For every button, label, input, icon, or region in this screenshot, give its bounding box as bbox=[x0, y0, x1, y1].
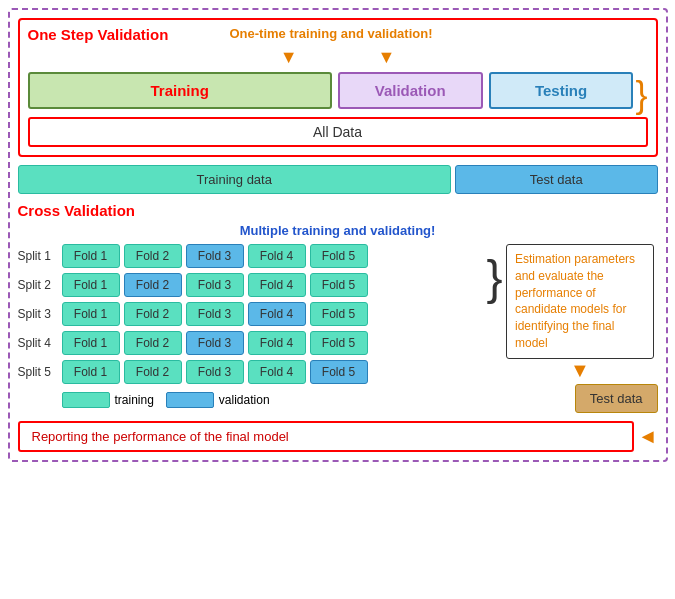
fold-2-5: Fold 5 bbox=[310, 273, 368, 297]
split-row-1: Split 1 Fold 1 Fold 2 Fold 3 Fold 4 Fold… bbox=[18, 244, 483, 268]
legend-validation-label: validation bbox=[219, 393, 270, 407]
test-data-bottom: Test data bbox=[575, 384, 658, 413]
fold-4-3: Fold 3 bbox=[186, 331, 244, 355]
cross-val-right: Split 1 Fold 1 Fold 2 Fold 3 Fold 4 Fold… bbox=[18, 244, 658, 413]
bracket-estimation: } Estimation parameters and evaluate the… bbox=[486, 244, 657, 413]
fold-4-4: Fold 4 bbox=[248, 331, 306, 355]
fold-1-1: Fold 1 bbox=[62, 244, 120, 268]
one-time-label: One-time training and validation! bbox=[230, 26, 433, 41]
cross-val-section: Cross Validation Multiple training and v… bbox=[18, 202, 658, 452]
legend-training-label: training bbox=[115, 393, 154, 407]
fold-3-5: Fold 5 bbox=[310, 302, 368, 326]
fold-5-5: Fold 5 bbox=[310, 360, 368, 384]
arrows-row: ▼ ▼ bbox=[28, 47, 648, 68]
split-label-5: Split 5 bbox=[18, 365, 62, 379]
estimation-box: Estimation parameters and evaluate the p… bbox=[506, 244, 654, 359]
fold-5-2: Fold 2 bbox=[124, 360, 182, 384]
legend-row: training validation bbox=[18, 392, 483, 408]
legend-green-swatch bbox=[62, 392, 110, 408]
fold-3-3: Fold 3 bbox=[186, 302, 244, 326]
split-row-4: Split 4 Fold 1 Fold 2 Fold 3 Fold 4 Fold… bbox=[18, 331, 483, 355]
training-data-label: Training data bbox=[18, 165, 452, 194]
fold-4-1: Fold 1 bbox=[62, 331, 120, 355]
legend-blue-swatch bbox=[166, 392, 214, 408]
tvt-row-wrapper: Training Validation Testing } bbox=[28, 72, 648, 117]
validation-box: Validation bbox=[338, 72, 483, 109]
folds-group-4: Fold 1 Fold 2 Fold 3 Fold 4 Fold 5 bbox=[62, 331, 368, 355]
legend-validation: validation bbox=[166, 392, 270, 408]
big-bracket: } bbox=[486, 244, 502, 302]
all-data-box: All Data bbox=[28, 117, 648, 147]
split-label-2: Split 2 bbox=[18, 278, 62, 292]
fold-5-1: Fold 1 bbox=[62, 360, 120, 384]
multiple-label: Multiple training and validating! bbox=[18, 223, 658, 238]
fold-3-4: Fold 4 bbox=[248, 302, 306, 326]
folds-group-3: Fold 1 Fold 2 Fold 3 Fold 4 Fold 5 bbox=[62, 302, 368, 326]
fold-5-3: Fold 3 bbox=[186, 360, 244, 384]
split-row-3: Split 3 Fold 1 Fold 2 Fold 3 Fold 4 Fold… bbox=[18, 302, 483, 326]
final-report-row: Reporting the performance of the final m… bbox=[18, 421, 658, 452]
splits-area: Split 1 Fold 1 Fold 2 Fold 3 Fold 4 Fold… bbox=[18, 244, 483, 408]
final-report-box: Reporting the performance of the final m… bbox=[18, 421, 634, 452]
bracket-right: } bbox=[635, 77, 647, 113]
one-step-title: One Step Validation bbox=[28, 26, 169, 43]
tvt-row: Training Validation Testing bbox=[28, 72, 634, 109]
fold-5-4: Fold 4 bbox=[248, 360, 306, 384]
fold-3-2: Fold 2 bbox=[124, 302, 182, 326]
legend-training: training bbox=[62, 392, 154, 408]
fold-2-3: Fold 3 bbox=[186, 273, 244, 297]
fold-1-2: Fold 2 bbox=[124, 244, 182, 268]
fold-2-1: Fold 1 bbox=[62, 273, 120, 297]
right-section: Estimation parameters and evaluate the p… bbox=[503, 244, 658, 413]
split-label-3: Split 3 bbox=[18, 307, 62, 321]
folds-group-5: Fold 1 Fold 2 Fold 3 Fold 4 Fold 5 bbox=[62, 360, 368, 384]
fold-2-2: Fold 2 bbox=[124, 273, 182, 297]
training-box: Training bbox=[28, 72, 332, 109]
split-label-4: Split 4 bbox=[18, 336, 62, 350]
split-row-2: Split 2 Fold 1 Fold 2 Fold 3 Fold 4 Fold… bbox=[18, 273, 483, 297]
fold-2-4: Fold 4 bbox=[248, 273, 306, 297]
fold-4-5: Fold 5 bbox=[310, 331, 368, 355]
fold-1-3: Fold 3 bbox=[186, 244, 244, 268]
data-row: Training data Test data bbox=[18, 165, 658, 194]
fold-1-5: Fold 5 bbox=[310, 244, 368, 268]
arrow-left: ◄ bbox=[638, 425, 658, 448]
folds-group-1: Fold 1 Fold 2 Fold 3 Fold 4 Fold 5 bbox=[62, 244, 368, 268]
cross-val-title: Cross Validation bbox=[18, 202, 658, 219]
arrow-down-2: ▼ bbox=[378, 47, 396, 68]
fold-4-2: Fold 2 bbox=[124, 331, 182, 355]
main-container: One Step Validation One-time training an… bbox=[8, 8, 668, 462]
split-label-1: Split 1 bbox=[18, 249, 62, 263]
folds-group-2: Fold 1 Fold 2 Fold 3 Fold 4 Fold 5 bbox=[62, 273, 368, 297]
fold-1-4: Fold 4 bbox=[248, 244, 306, 268]
arrow-down-1: ▼ bbox=[280, 47, 298, 68]
fold-3-1: Fold 1 bbox=[62, 302, 120, 326]
split-row-5: Split 5 Fold 1 Fold 2 Fold 3 Fold 4 Fold… bbox=[18, 360, 483, 384]
test-data-label-top: Test data bbox=[455, 165, 658, 194]
one-step-section: One Step Validation One-time training an… bbox=[18, 18, 658, 157]
testing-box: Testing bbox=[489, 72, 634, 109]
arrow-down-bottom: ▼ bbox=[570, 359, 590, 382]
